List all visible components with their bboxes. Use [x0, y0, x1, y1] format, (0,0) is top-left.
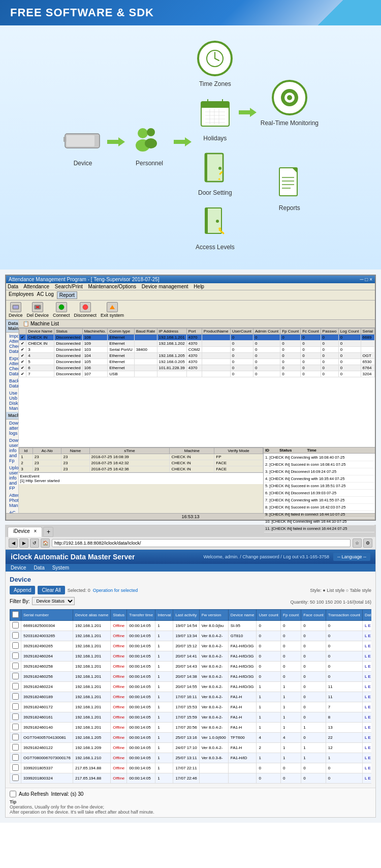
amp-device-row[interactable]: ✔ 6 Disconnected 106 Ethernet 101.81.228…: [19, 365, 375, 371]
iclock-device-row[interactable]: 3929182460122 192.168.1.209 Offline 00:0…: [10, 743, 372, 753]
row-checkbox[interactable]: [12, 734, 19, 740]
svg-point-4: [138, 128, 148, 138]
iclock-device-row[interactable]: 3929182460161 192.168.1.201 Offline 00:0…: [10, 712, 372, 723]
url-bar[interactable]: http://192.168.1.88:8082/iclock/data/Icl…: [52, 539, 351, 547]
star-icon[interactable]: ☆: [353, 538, 362, 548]
language-button[interactable]: -- Language --: [333, 553, 370, 561]
svg-point-52: [83, 305, 88, 310]
toolbar-connect[interactable]: Connect: [53, 302, 70, 318]
amp-device-row[interactable]: ✔ 5 Disconnected 105 Ethernet 192.168.0.…: [19, 359, 375, 365]
row-checkbox[interactable]: [12, 632, 19, 639]
operation-button[interactable]: Operation for selected: [93, 588, 138, 593]
iclock-device-row[interactable]: 3929182460140 192.168.1.201 Offline 00:0…: [10, 723, 372, 733]
sidebar-section-data[interactable]: Data Maintenance×: [6, 320, 18, 333]
nav-system[interactable]: System: [52, 565, 69, 571]
row-checkbox[interactable]: [12, 724, 19, 730]
reports-label: Reports: [279, 204, 300, 212]
toolbar-device[interactable]: Device: [9, 302, 23, 318]
amp-log-row[interactable]: 1 23 23 2018-07-25 16:08:39 CHECK IN FP: [19, 454, 263, 460]
amp-device-row[interactable]: ✔ CHECK IN Disconnected 108 Ethernet 192…: [19, 335, 375, 341]
menu-help[interactable]: Help: [194, 284, 204, 289]
amp-tab-machine-list[interactable]: 📋 Machine List: [19, 320, 375, 328]
browser-tab-idevice[interactable]: iDevice ×: [8, 527, 42, 537]
row-checkbox[interactable]: [12, 744, 19, 751]
row-checkbox[interactable]: [12, 663, 19, 669]
row-checkbox[interactable]: [12, 774, 19, 781]
close-tab-icon[interactable]: ×: [34, 528, 37, 534]
row-checkbox[interactable]: [12, 764, 19, 771]
sidebar-item-download-att[interactable]: Download attendance logs: [6, 420, 18, 437]
iclock-device-row[interactable]: 3929182490265 192.168.1.201 Offline 00:0…: [10, 641, 372, 651]
clear-all-button[interactable]: Clear All: [38, 586, 65, 594]
select-all-checkbox[interactable]: [12, 611, 19, 618]
back-button[interactable]: ◀: [9, 538, 18, 548]
amp-device-row[interactable]: ✔ 3 Disconnected 103 Serial Port/U 38400…: [19, 347, 375, 353]
toolbar-exit[interactable]: Exit system: [101, 302, 124, 318]
iclock-device-row[interactable]: 3929182460224 192.168.1.201 Offline 00:0…: [10, 682, 372, 692]
toolbar-del-device[interactable]: Del Device: [27, 302, 49, 318]
settings-icon[interactable]: ⚙: [363, 538, 372, 548]
nav-data[interactable]: Data: [34, 565, 45, 571]
forward-button[interactable]: ▶: [19, 538, 28, 548]
sidebar-item-ac[interactable]: AC Manage: [6, 509, 18, 513]
amp-menubar[interactable]: Data Attendance Search/Print Maintenance…: [6, 283, 375, 290]
menu-data[interactable]: Data: [8, 284, 18, 289]
menu-maintenance[interactable]: Maintenance/Options: [88, 284, 137, 289]
amp-status-item: 4. [CHECK IN] Connecting with 16:35:44 0…: [264, 475, 374, 483]
menu-attendance[interactable]: Attendance: [23, 284, 49, 289]
home-button[interactable]: 🏠: [41, 538, 50, 548]
iclock-device-row[interactable]: OGT70800067073000176 192.168.1.210 Offli…: [10, 753, 372, 763]
row-checkbox[interactable]: [12, 673, 19, 679]
iclock-device-row[interactable]: 66691825000304 192.168.1.201 Offline 00:…: [10, 621, 372, 631]
amp-log-row[interactable]: 2 23 23 2018-07-25 16:42:32 CHECK IN FAC…: [19, 460, 263, 466]
toolbar-disconnect[interactable]: Disconnect: [74, 302, 97, 318]
iclock-device-row[interactable]: 3929182460256 192.168.1.201 Offline 00:0…: [10, 672, 372, 682]
iclock-device-row[interactable]: 3399201805337 217.65.194.88 Offline 00:0…: [10, 763, 372, 773]
sidebar-item-download-user[interactable]: Download user info and Fp: [6, 437, 18, 464]
filter-select[interactable]: Device Status: [32, 597, 75, 605]
iclock-device-row[interactable]: 3929182460172 192.168.1.201 Offline 00:0…: [10, 702, 372, 712]
new-tab-button[interactable]: +: [43, 527, 53, 537]
auto-refresh-checkbox[interactable]: [10, 791, 16, 797]
iclock-device-row[interactable]: 3929182460258 192.168.1.201 Offline 00:0…: [10, 662, 372, 672]
amp-device-row[interactable]: ✔ 7 Disconnected 107 USB 0 0 0 0 0 0 320…: [19, 371, 375, 377]
sidebar-item-import[interactable]: Import Attendance Checking Data: [6, 333, 18, 355]
row-checkbox[interactable]: [12, 652, 19, 659]
page-title: FREE SOFTWARE & SDK: [10, 6, 154, 19]
row-checkbox[interactable]: [12, 693, 19, 700]
row-checkbox[interactable]: [12, 622, 19, 628]
menu-device[interactable]: Device management: [142, 284, 188, 289]
connect-icon: [56, 302, 67, 312]
iclock-device-row[interactable]: 3929182460264 192.168.1.201 Offline 00:0…: [10, 651, 372, 662]
svg-point-39: [287, 95, 292, 100]
auto-refresh: Auto Refresh Interval: (s) 30: [10, 791, 371, 797]
sidebar-item-upload-user[interactable]: Upload user info and FP: [6, 464, 18, 492]
iclock-device-row[interactable]: 52031824003265 192.168.1.201 Offline 00:…: [10, 631, 372, 641]
amp-status-item: 1. [CHECK IN] Connecting with 16:08:40 0…: [264, 454, 374, 461]
sidebar-item-usb[interactable]: Use Usb Disk Manage: [6, 390, 18, 412]
row-checkbox[interactable]: [12, 703, 19, 710]
refresh-button[interactable]: ↺: [30, 538, 39, 548]
sidebar-item-photo[interactable]: Attendance Photo Management: [6, 492, 18, 509]
row-checkbox[interactable]: [12, 754, 19, 761]
iclock-device-row[interactable]: 3929182460189 192.168.1.201 Offline 00:0…: [10, 692, 372, 702]
iclock-device-row[interactable]: 3399201800324 217.65.194.88 Offline 00:0…: [10, 773, 372, 784]
nav-device[interactable]: Device: [11, 565, 26, 571]
realtime-label: Real-Time Monitoring: [261, 119, 319, 127]
amp-device-row[interactable]: ✔ CHECK IN Disconnected 109 Ethernet 192…: [19, 341, 375, 347]
amp-device-row[interactable]: ✔ 4 Disconnected 104 Ethernet 192.168.1.…: [19, 353, 375, 359]
row-checkbox[interactable]: [12, 713, 19, 720]
svg-marker-3: [107, 137, 125, 146]
sidebar-item-backup[interactable]: Backup Database: [6, 377, 18, 390]
row-checkbox[interactable]: [12, 642, 19, 649]
iclock-device-row[interactable]: OGT704005704130081 192.168.1.205 Offline…: [10, 733, 372, 743]
append-button[interactable]: Append: [10, 586, 35, 594]
flow-item-device: Device: [62, 125, 103, 167]
svg-rect-47: [13, 306, 18, 309]
style-toggle[interactable]: Style: ● List style ○ Table style: [310, 588, 371, 593]
sidebar-section-machine[interactable]: Machine×: [6, 412, 18, 420]
menu-search[interactable]: Search/Print: [55, 284, 83, 289]
sidebar-item-export[interactable]: Export Attendance Checking Data: [6, 355, 18, 377]
amp-log-row[interactable]: 3 23 23 2018-07-25 16:42:36 CHECK IN FAC…: [19, 466, 263, 472]
row-checkbox[interactable]: [12, 683, 19, 690]
